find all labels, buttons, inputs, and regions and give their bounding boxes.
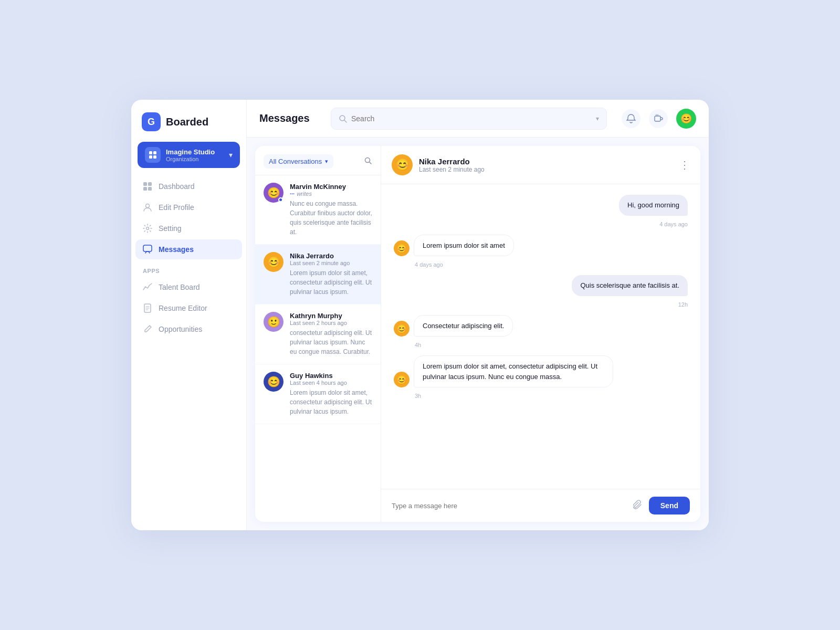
opportunities-label: Opportunities [159, 325, 202, 333]
conversations-filter[interactable]: All Conversations ▾ [264, 154, 333, 169]
conversation-item-marvin[interactable]: 😊 Marvin McKinney ··· writes Nunc eu con… [255, 175, 381, 245]
search-chevron-icon: ▾ [596, 115, 599, 122]
mug-icon [654, 114, 663, 123]
org-switcher[interactable]: Imagine Studio Organization ▾ [138, 142, 240, 168]
chat-contact-name: Nika Jerrardo [419, 157, 673, 166]
sidebar-nav: Dashboard Edit Profile Setting [131, 176, 246, 530]
gear-icon [143, 224, 152, 233]
message-row-m2: 😊 Lorem ipsum dolor sit amet [394, 235, 688, 257]
msg-time-m3: 12h [394, 301, 688, 308]
grid-icon [143, 182, 152, 191]
user-avatar[interactable]: 😊 [676, 109, 696, 129]
conv-body-nika: Nika Jerrardo Last seen 2 minute ago Lor… [290, 252, 372, 297]
conversation-item-kathryn[interactable]: 🙂 Kathryn Murphy Last seen 2 hours ago c… [255, 304, 381, 364]
svg-point-9 [146, 227, 149, 230]
msg-bubble-m4: Consectetur adipiscing elit. [414, 315, 513, 337]
svg-rect-7 [148, 187, 152, 191]
apps-section-title: APPS [135, 260, 242, 277]
conversation-item-guy[interactable]: 😊 Guy Hawkins Last seen 4 hours ago Lore… [255, 364, 381, 424]
sidebar-item-dashboard[interactable]: Dashboard [135, 176, 242, 196]
attach-button[interactable] [633, 500, 643, 512]
conv-status-kathryn: Last seen 2 hours ago [290, 320, 372, 326]
svg-line-16 [344, 120, 346, 122]
dashboard-label: Dashboard [159, 182, 195, 191]
chat-more-button[interactable]: ⋮ [679, 159, 690, 171]
message-row-m1: Hi, good morning [394, 195, 688, 216]
conv-body-marvin: Marvin McKinney ··· writes Nunc eu congu… [290, 183, 372, 237]
chat-icon [143, 245, 152, 254]
setting-label: Setting [159, 224, 182, 233]
org-type: Organization [166, 156, 224, 162]
svg-line-21 [370, 162, 372, 164]
sidebar-item-setting[interactable]: Setting [135, 218, 242, 238]
user-icon [143, 203, 152, 212]
bell-icon [626, 114, 636, 123]
org-icon [145, 147, 161, 163]
conv-preview-guy: Lorem ipsum dolor sit amet, consectetur … [290, 388, 372, 416]
conv-preview-nika: Lorem ipsum dolor sit amet, consectetur … [290, 268, 372, 297]
conv-avatar-nika: 😊 [264, 252, 284, 272]
app-container: G Boarded Imagine Studio Organization ▾ [131, 100, 709, 530]
file-icon [143, 303, 152, 313]
org-name: Imagine Studio [166, 148, 224, 156]
message-row-m4: 😊 Consectetur adipiscing elit. [394, 315, 688, 337]
chart-icon [143, 282, 152, 292]
conv-preview-marvin: Nunc eu congue massa. Curabitur finibus … [290, 199, 372, 237]
msg-bubble-m3: Quis scelerisque ante facilisis at. [572, 275, 688, 296]
svg-rect-0 [149, 151, 152, 154]
svg-rect-2 [149, 155, 152, 159]
pencil-icon [143, 324, 152, 334]
logo-icon: G [142, 112, 161, 131]
sidebar-item-messages[interactable]: Messages [135, 239, 242, 259]
conv-status-guy: Last seen 4 hours ago [290, 380, 372, 386]
msg-time-m1: 4 days ago [394, 221, 688, 227]
search-bar[interactable]: ▾ [331, 108, 607, 130]
conv-search-button[interactable] [364, 156, 372, 167]
sidebar-item-edit-profile[interactable]: Edit Profile [135, 197, 242, 217]
topbar-icons: 😊 [622, 109, 696, 129]
app-name: Boarded [166, 116, 208, 128]
coffee-button[interactable] [649, 109, 668, 128]
sidebar: G Boarded Imagine Studio Organization ▾ [131, 100, 247, 530]
sidebar-item-opportunities[interactable]: Opportunities [135, 319, 242, 339]
sidebar-item-talent-board[interactable]: Talent Board [135, 277, 242, 297]
conv-status-nika: Last seen 2 minute ago [290, 260, 372, 266]
svg-rect-3 [153, 155, 156, 159]
message-row-m5: 😊 Lorem ipsum dolor sit amet, consectetu… [394, 355, 688, 387]
notifications-button[interactable] [622, 109, 640, 128]
filter-chevron-icon: ▾ [325, 158, 328, 165]
svg-rect-6 [143, 187, 147, 191]
messages-label: Messages [159, 245, 194, 254]
message-input[interactable] [392, 502, 627, 510]
conversation-item-nika[interactable]: 😊 Nika Jerrardo Last seen 2 minute ago L… [255, 245, 381, 304]
filter-label: All Conversations [269, 158, 322, 165]
conv-avatar-kathryn: 🙂 [264, 312, 284, 332]
main-content: Messages ▾ [247, 100, 709, 530]
conv-avatar-marvin: 😊 [264, 183, 284, 203]
svg-rect-4 [143, 182, 147, 186]
message-row-m3: Quis scelerisque ante facilisis at. [394, 275, 688, 296]
search-input[interactable] [351, 114, 592, 123]
msg-avatar-m4: 😊 [394, 321, 410, 337]
chat-header: 😊 Nika Jerrardo Last seen 2 minute ago ⋮ [381, 146, 700, 184]
svg-rect-5 [148, 182, 152, 186]
edit-profile-label: Edit Profile [159, 203, 194, 212]
topbar: Messages ▾ [247, 100, 709, 138]
resume-editor-label: Resume Editor [159, 304, 207, 312]
conversations-header: All Conversations ▾ [255, 146, 381, 175]
svg-point-8 [146, 204, 150, 208]
org-info: Imagine Studio Organization [166, 148, 224, 162]
msg-time-m5: 3h [394, 393, 688, 399]
send-button[interactable]: Send [649, 497, 690, 514]
chat-header-info: Nika Jerrardo Last seen 2 minute ago [419, 157, 673, 173]
messages-panel: All Conversations ▾ 😊 [255, 146, 700, 522]
msg-bubble-m5: Lorem ipsum dolor sit amet, consectetur … [414, 355, 613, 387]
msg-avatar-m2: 😊 [394, 240, 410, 256]
conv-preview-kathryn: consectetur adipiscing elit. Ut pulvinar… [290, 328, 372, 356]
unread-dot-marvin [278, 197, 283, 202]
svg-rect-1 [153, 151, 156, 154]
conv-name-kathryn: Kathryn Murphy [290, 312, 372, 320]
msg-time-m4: 4h [394, 342, 688, 348]
conv-name-guy: Guy Hawkins [290, 372, 372, 380]
sidebar-item-resume-editor[interactable]: Resume Editor [135, 298, 242, 318]
